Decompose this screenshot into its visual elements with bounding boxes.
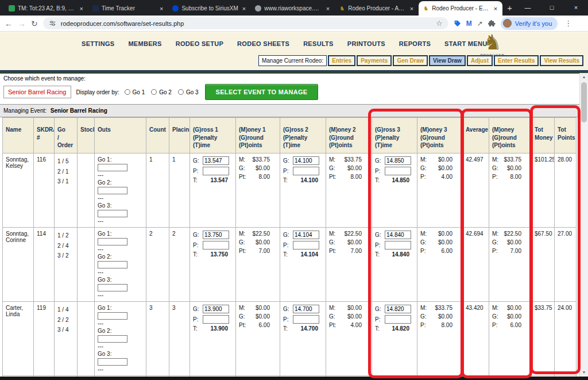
out-go3-input[interactable]: [98, 284, 127, 291]
penalty-label: P:: [193, 168, 200, 174]
penalty-label: P:: [193, 242, 200, 248]
gross1-input[interactable]: [203, 231, 229, 239]
tab-close-icon[interactable]: ×: [158, 5, 164, 12]
maximize-button[interactable]: □: [540, 0, 564, 16]
tab-close-icon[interactable]: ×: [241, 5, 247, 12]
gross3-input[interactable]: [385, 231, 411, 239]
site-info-icon[interactable]: [49, 20, 56, 27]
tab-close-icon[interactable]: ×: [409, 5, 415, 12]
penalty-label: P:: [375, 242, 382, 248]
browser-tab-1[interactable]: TM: Tot:23 A2, B:9, C:9, D:2 ×: [5, 1, 88, 16]
points-value: 8.00: [510, 174, 521, 180]
scrollbar-up-icon[interactable]: ▲: [580, 73, 588, 81]
gross2-cell: G: P: T:14.700: [280, 302, 326, 376]
out-go1-input[interactable]: [98, 164, 127, 171]
col-count: Count: [146, 118, 169, 153]
close-button[interactable]: ×: [564, 0, 588, 16]
scrollbar-down-icon[interactable]: ▼: [580, 369, 588, 377]
money-value: $0.00: [438, 156, 452, 163]
adjust-button[interactable]: Adjust: [467, 55, 493, 66]
profile-chip[interactable]: Verify it's you: [501, 17, 558, 30]
scrollbar-thumb[interactable]: [581, 82, 587, 122]
radio-go2-input[interactable]: [151, 89, 157, 95]
time-label: T:: [375, 325, 382, 332]
menu-item-rodeo-sheets[interactable]: RODEO SHEETS: [237, 40, 289, 47]
tab-close-icon[interactable]: ×: [79, 5, 84, 12]
select-event-button[interactable]: SELECT EVENT TO MANAGE: [205, 84, 319, 100]
radio-go1-input[interactable]: [125, 89, 130, 95]
points-label: P:: [492, 248, 497, 254]
gross2-input[interactable]: [293, 305, 319, 313]
points-value: 7.00: [351, 248, 362, 254]
ground-label: G:: [329, 239, 335, 245]
money-label: M:: [492, 231, 498, 237]
extensions-puzzle-icon[interactable]: [488, 20, 496, 27]
gross-label: G:: [193, 158, 200, 164]
address-bar[interactable]: rodeoproducer.com/software/set-results.p…: [43, 17, 448, 29]
menu-item-printouts[interactable]: PRINTOUTS: [347, 40, 385, 47]
page-scrollbar[interactable]: ▲ ▼: [579, 73, 588, 377]
payments-button[interactable]: Payments: [357, 55, 392, 66]
gross1-input[interactable]: [203, 305, 229, 313]
gen-draw-button[interactable]: Gen Draw: [393, 55, 428, 66]
out-go1-input[interactable]: [98, 312, 127, 320]
menu-item-rodeo-setup[interactable]: RODEO SETUP: [176, 40, 223, 47]
event-select[interactable]: Senior Barrel Racing: [3, 86, 71, 98]
gross3-input[interactable]: [385, 305, 411, 313]
money-value: $22.50: [252, 231, 270, 237]
out-dash: ---: [98, 292, 144, 299]
browser-menu-icon[interactable]: ⋮: [563, 19, 574, 28]
gross2-input[interactable]: [293, 156, 319, 165]
out-go3-input[interactable]: [98, 210, 127, 217]
page-viewport: SETTINGS MEMBERS RODEO SETUP RODEO SHEET…: [0, 32, 588, 377]
enter-results-button[interactable]: Enter Results: [494, 55, 539, 66]
browser-tab-active[interactable]: ♞ Rodeo Producer - Enter Re ×: [419, 1, 502, 16]
minimize-button[interactable]: —: [516, 0, 540, 16]
tab-close-icon[interactable]: ×: [325, 5, 331, 12]
site-logo: ♞ ~ PRODUCER ~: [476, 32, 509, 57]
penalty2-input[interactable]: [293, 315, 319, 324]
forward-icon[interactable]: →: [18, 20, 26, 28]
gross3-input[interactable]: [385, 156, 411, 165]
menu-item-members[interactable]: MEMBERS: [128, 40, 161, 47]
penalty3-input[interactable]: [385, 241, 411, 250]
browser-tab-2[interactable]: Time Tracker ×: [88, 1, 168, 16]
penalty3-input[interactable]: [385, 167, 411, 175]
penalty3-input[interactable]: [385, 315, 411, 324]
penalty2-input[interactable]: [293, 241, 319, 250]
browser-tab-5[interactable]: ♞ Rodeo Producer - Advanc ×: [335, 1, 419, 16]
browser-tab-3[interactable]: Subscribe to SiriusXM ×: [168, 1, 251, 16]
view-results-button[interactable]: View Results: [540, 55, 583, 66]
money-avg-cell: M:$0.00 G:$0.00 P:6.00: [489, 302, 532, 376]
gross1-input[interactable]: [203, 156, 229, 165]
menu-item-settings[interactable]: SETTINGS: [82, 40, 114, 47]
out-go2-input[interactable]: [98, 261, 127, 268]
penalty2-input[interactable]: [293, 167, 319, 175]
tab-close-icon[interactable]: ×: [493, 5, 498, 12]
ground-label: G:: [492, 313, 498, 320]
ground-label: G:: [239, 165, 245, 171]
penalty1-input[interactable]: [203, 167, 229, 175]
penalty1-input[interactable]: [203, 315, 229, 324]
back-icon[interactable]: ←: [5, 20, 13, 28]
bookmark-star-icon[interactable]: ☆: [436, 19, 443, 28]
entries-button[interactable]: Entries: [328, 55, 355, 66]
out-go1-input[interactable]: [98, 238, 127, 245]
browser-tab-4[interactable]: www.riaworkspace.com: Ov ×: [251, 1, 335, 16]
m-extension-icon[interactable]: M: [466, 20, 472, 28]
menu-item-results[interactable]: RESULTS: [303, 40, 334, 47]
out-go2-input[interactable]: [98, 187, 127, 194]
radio-go3-input[interactable]: [178, 89, 184, 95]
tag-extension-icon[interactable]: [454, 20, 461, 27]
reload-icon[interactable]: ↻: [31, 20, 38, 28]
penalty1-input[interactable]: [203, 241, 229, 250]
gross2-input[interactable]: [293, 231, 319, 239]
col-gross3: (G)ross 3 (P)enalty (T)ime: [372, 118, 417, 153]
menu-item-reports[interactable]: REPORTS: [399, 40, 431, 47]
view-draw-button[interactable]: View Draw: [429, 55, 466, 66]
share-icon[interactable]: ↗: [477, 20, 483, 28]
out-go3-input[interactable]: [98, 358, 127, 366]
url-text[interactable]: rodeoproducer.com/software/set-results.p…: [61, 20, 431, 27]
out-go2-input[interactable]: [98, 335, 127, 343]
new-tab-button[interactable]: +: [507, 3, 512, 13]
